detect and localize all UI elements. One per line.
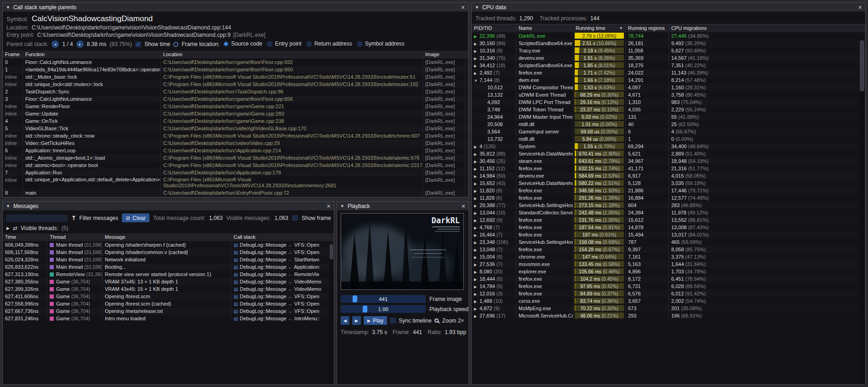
zoom-label[interactable]: Zoom 2×	[442, 318, 464, 324]
next-parent-button[interactable]: ▸	[76, 40, 84, 48]
callstack-row[interactable]: inlinestd::unique_ptr<Application,std::d…	[3, 176, 468, 190]
cpu-row[interactable]: 13,132uDWM Event Thread68.29 ms(0.30%)4,…	[472, 91, 865, 98]
filter-input[interactable]	[6, 214, 68, 222]
expand-icon[interactable]: ▶	[474, 173, 480, 179]
close-icon[interactable]: ×	[462, 203, 465, 209]
callstack-row[interactable]: inlineGame::RenderFloorC:\Users\wolf\Des…	[3, 103, 468, 110]
cpu-row[interactable]: ▶8,080 (20)explorer.exe105.66 ms(0.46%)4…	[472, 268, 865, 275]
cpu-row[interactable]: 4,092DWM LPC Port Thread29.16 ms(0.13%)1…	[472, 98, 865, 106]
expand-icon[interactable]: ▶	[474, 210, 480, 216]
message-row[interactable]: 606,117,568nsMain thread (31,596)Opening…	[3, 248, 334, 256]
callstack-row[interactable]: inlinestd::_Mutex_base::lockC:\Program F…	[3, 73, 468, 81]
callstack-row[interactable]: inlinestd::chrono::steady_clock::nowC:\P…	[3, 132, 468, 139]
col-running-time[interactable]: Running time ▼	[573, 24, 626, 32]
callstack-row[interactable]: inlinestd::_Atomic_storage<bool,1>::load…	[3, 154, 468, 162]
message-row[interactable]: 627,380,356nsGame (36,704)VRAM 37x45: 13…	[3, 278, 334, 285]
expand-icon[interactable]: ▶	[474, 144, 480, 150]
cpu-row[interactable]: ▶4,872 (9)MsMpEng.exe70.22 ms(0.30%)5732…	[472, 305, 865, 312]
cpu-row[interactable]: ▶15,652 (43)ServiceHub.DataWarehou580.22…	[472, 179, 865, 187]
expand-icon[interactable]: ▶	[474, 269, 480, 275]
col-thread[interactable]: Thread	[47, 233, 103, 241]
expand-icon[interactable]: ▶	[474, 306, 480, 312]
callstack-row[interactable]: 7Application::RunC:\Users\wolf\Desktop\d…	[3, 169, 468, 176]
cpu-row[interactable]: ▶18,444 (6)firefox.exe104.2 ms(0.45%)8,1…	[472, 275, 865, 283]
callstack-row[interactable]: inlineGame::UpdateC:\Users\wolf\Desktop\…	[3, 110, 468, 117]
collapse-icon[interactable]: ▼	[340, 204, 344, 208]
cpu-row[interactable]: ▶16,464 (7)firefox.exe187 ms(0.81%)15,49…	[472, 231, 865, 238]
message-row[interactable]: 606,049,398nsMain thread (31,596)Opening…	[3, 241, 334, 248]
callstack-row[interactable]: inlinestd::unique_lock<std::mutex>::lock…	[3, 81, 468, 88]
message-row[interactable]: 627,411,606nsGame (36,704)Opening /fores…	[3, 293, 334, 300]
cpu-row[interactable]: ▶29,388 (77)ServiceHub.SettingsHost273.1…	[472, 202, 865, 209]
expand-icon[interactable]: ▶	[474, 247, 480, 253]
cpu-row[interactable]: ▶11,828 (6)firefox.exe291.26 ms(1.26%)16…	[472, 194, 865, 202]
cpu-row[interactable]: 3,748DWM Token Thread23.37 ms(0.10%)4,03…	[472, 106, 865, 113]
cpu-row[interactable]: ▶15,004 (8)chrome.exe147 ms(0.64%)7,1613…	[472, 253, 865, 260]
expand-icon[interactable]: ▶	[474, 40, 480, 47]
cpu-row[interactable]: ▶4 (126)System1.55 s(6.70%)69,29434,400 …	[472, 143, 865, 150]
cpu-row[interactable]: ▶34,412 (18)ScriptedSandbox64.exe1.85 s(…	[472, 62, 865, 69]
callstack-titlebar[interactable]: ▼ Call stack sample parents ×	[3, 3, 468, 12]
callstack-row[interactable]: 5VideoGLBase::TickC:\Users\wolf\Desktop\…	[3, 125, 468, 132]
callstack-row[interactable]: inlineinvoke_maind:\agent\_work\63\s\src…	[3, 196, 468, 197]
col-location[interactable]: Location	[161, 51, 423, 58]
show-time-checkbox[interactable]: ✓	[135, 41, 141, 47]
play-button[interactable]: ▶ Play	[364, 316, 387, 325]
callstack-row[interactable]: 3Floor::CalcLightNoLuminanceC:\Users\wol…	[3, 95, 468, 103]
expand-icon[interactable]: ▶	[474, 291, 480, 297]
expand-icon[interactable]: ▶	[474, 188, 480, 194]
prev-frame-button[interactable]: ◀	[341, 316, 349, 325]
show-frame-checkbox[interactable]	[292, 215, 298, 221]
messages-titlebar[interactable]: ▼ Messages ×	[3, 202, 334, 210]
callstack-row[interactable]: 2TaskDispatch::SyncC:\Users\wolf\Desktop…	[3, 88, 468, 95]
entry-point-value[interactable]: C:\Users\wolf\Desktop\darkrl\src\game\vi…	[37, 32, 231, 38]
collapse-icon[interactable]: ▼	[474, 77, 480, 84]
callstack-row[interactable]: 0Floor::CalcLightNoLuminanceC:\Users\wol…	[3, 58, 468, 66]
expand-icon[interactable]: ▶	[474, 202, 480, 209]
cpu-row[interactable]: ▶27,696 (17)Microsoft.ServiceHub.Co48.06…	[472, 312, 865, 319]
cpu-row[interactable]: ▶31,340 (75)devenv.exe1.91 s(8.26%)35,36…	[472, 54, 865, 62]
location-value[interactable]: C:\Users\wolf\Desktop\darkrl\src\game\vi…	[32, 24, 231, 31]
expand-icon[interactable]: ▶	[474, 225, 480, 231]
expand-icon[interactable]: ▶	[474, 298, 480, 305]
scrollbar-thumb[interactable]	[860, 40, 864, 92]
cpu-row[interactable]: ▶14,984 (50)devenv.exe584.69 ms(2.53%)6,…	[472, 172, 865, 179]
scrollbar-thumb[interactable]	[330, 244, 333, 260]
expand-icon[interactable]: ▶	[474, 33, 480, 40]
sync-timeline-checkbox[interactable]	[390, 318, 396, 323]
callstack-row[interactable]: inlineVideo::GetTicksHiResC:\Users\wolf\…	[3, 139, 468, 147]
message-row[interactable]: 627,313,190nsRemoteView (31,392)Remote v…	[3, 271, 334, 278]
expand-icon[interactable]: ▶	[474, 70, 480, 76]
cpu-row[interactable]: 3,564GameInput server69.68 us(0.00%)64 (…	[472, 128, 865, 135]
cpu-row[interactable]: ▶1,488 (10)csrss.exe83.74 ms(0.36%)3,657…	[472, 297, 865, 305]
message-row[interactable]: 627,399,326nsGame (36,704)VRAM 43x45: 15…	[3, 285, 334, 293]
cpu-row[interactable]: ▶22,396 (49)DarkRL.exe2.79 s(12.06%)78,7…	[472, 32, 865, 40]
cpu-row[interactable]: ▶27,536 (7)msvsmon.exe133.45 ms(0.58%)5,…	[472, 260, 865, 268]
cpu-row[interactable]: ▶30,456 (25)steam.exe643.61 ms(2.79%)34,…	[472, 157, 865, 165]
expand-icon[interactable]: ▶	[474, 261, 480, 268]
radio-symbol-address[interactable]: Symbol address	[357, 40, 405, 47]
cpu-row[interactable]: 20,508ntdll.dll1.01 ms(0.00%)4025 (62.50…	[472, 121, 865, 128]
cpu-row[interactable]: ▼7,144 (8)dwm.exe1.66 s(7.18%)14,2918,21…	[472, 76, 865, 84]
cpu-row[interactable]: ▶13,044 (10)StandardCollector.Servic242.…	[472, 209, 865, 216]
expand-icon[interactable]: ▶	[474, 313, 480, 319]
cpu-row[interactable]: ▶11,820 (9)firefox.exe346.58 ms(1.50%)21…	[472, 187, 865, 194]
col-callstack[interactable]: Call stack	[231, 233, 334, 241]
message-row[interactable]: 627,667,736nsGame (36,704)Opening /meta/…	[3, 307, 334, 315]
close-icon[interactable]: ×	[461, 4, 465, 11]
cpu-row[interactable]: ▶12,692 (9)firefox.exe231.76 ms(1.00%)15…	[472, 216, 865, 224]
collapse-icon[interactable]: ▼	[6, 5, 10, 10]
expand-icon[interactable]: ▶	[474, 180, 480, 187]
callstack-row[interactable]: inlinestd::atomic<bool>::operator boolC:…	[3, 162, 468, 169]
cpu-row[interactable]: ▶4,768 (7)firefox.exe187.54 ms(0.81%)14,…	[472, 224, 865, 231]
callstack-row[interactable]: 8mainC:\Users\wolf\Desktop\darkrl\src\En…	[3, 189, 468, 196]
expand-icon[interactable]: ▶	[474, 254, 480, 260]
cpu-row[interactable]: ▶12,016 (3)firefox.exe84.89 ms(0.37%)6,5…	[472, 290, 865, 297]
expand-icon[interactable]: ▶	[474, 55, 480, 62]
col-pid-tid[interactable]: PID/TID	[472, 24, 516, 32]
col-image[interactable]: Image	[423, 51, 465, 58]
close-icon[interactable]: ×	[858, 4, 862, 11]
cpu-row[interactable]: ▶10,316 (9)Tracy.exe2.18 s(9.45%)11,0585…	[472, 47, 865, 54]
clear-button[interactable]: ⊘ Clear	[122, 214, 149, 222]
radio-source-code[interactable]: Source code	[223, 40, 262, 47]
